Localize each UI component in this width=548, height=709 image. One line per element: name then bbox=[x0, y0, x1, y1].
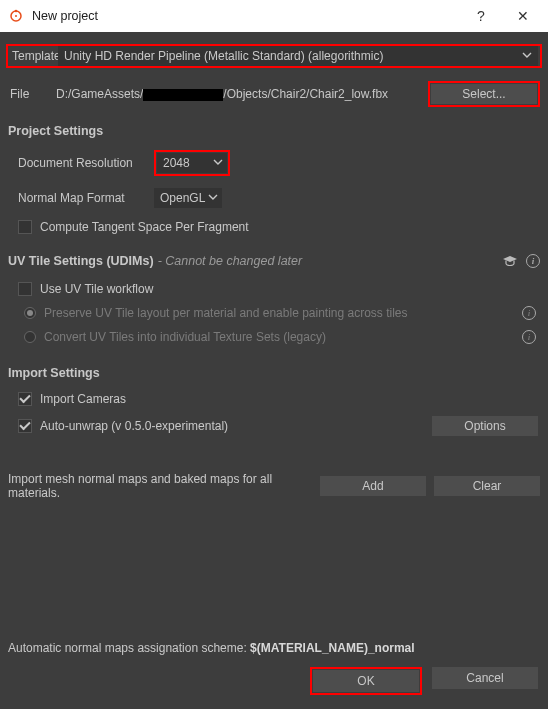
help-glyph: ? bbox=[477, 8, 485, 24]
template-row: Template Unity HD Render Pipeline (Metal… bbox=[6, 44, 542, 68]
template-label: Template bbox=[8, 49, 58, 63]
file-path-suffix: /Objects/Chair2/Chair2_low.fbx bbox=[223, 87, 388, 101]
doc-resolution-dropdown[interactable]: 2048 bbox=[157, 153, 227, 173]
dialog-body: Template Unity HD Render Pipeline (Metal… bbox=[0, 32, 548, 709]
add-button[interactable]: Add bbox=[320, 476, 426, 496]
chevron-down-icon bbox=[522, 49, 532, 63]
ok-button[interactable]: OK bbox=[313, 670, 419, 692]
file-path: D:/GameAssets//Objects/Chair2/Chair2_low… bbox=[56, 87, 422, 101]
doc-resolution-value: 2048 bbox=[163, 156, 190, 170]
auto-unwrap-label: Auto-unwrap (v 0.5.0-experimental) bbox=[40, 419, 228, 433]
clear-button[interactable]: Clear bbox=[434, 476, 540, 496]
auto-unwrap-checkbox[interactable] bbox=[18, 419, 32, 433]
uv-workflow-label: Use UV Tile workflow bbox=[40, 282, 153, 296]
scheme-value: $(MATERIAL_NAME)_normal bbox=[250, 641, 414, 655]
normal-maps-row: Import mesh normal maps and baked maps f… bbox=[0, 472, 548, 500]
uv-convert-label: Convert UV Tiles into individual Texture… bbox=[44, 330, 326, 344]
import-cameras-label: Import Cameras bbox=[40, 392, 126, 406]
svg-point-2 bbox=[15, 15, 17, 17]
ok-highlight: OK bbox=[310, 667, 422, 695]
close-button[interactable]: ✕ bbox=[502, 0, 544, 32]
info-icon[interactable]: i bbox=[526, 254, 540, 268]
uv-preserve-radio bbox=[24, 307, 36, 319]
project-settings-title: Project Settings bbox=[8, 124, 548, 138]
uv-convert-radio bbox=[24, 331, 36, 343]
chevron-down-icon bbox=[213, 156, 223, 170]
uv-header-icons: i bbox=[502, 254, 540, 268]
template-dropdown[interactable]: Unity HD Render Pipeline (Metallic Stand… bbox=[58, 46, 538, 66]
app-logo-icon bbox=[8, 8, 24, 24]
info-icon[interactable]: i bbox=[522, 330, 536, 344]
window-title: New project bbox=[32, 9, 460, 23]
uv-workflow-checkbox[interactable] bbox=[18, 282, 32, 296]
doc-res-highlight: 2048 bbox=[154, 150, 230, 176]
normal-maps-text: Import mesh normal maps and baked maps f… bbox=[8, 472, 312, 500]
template-value: Unity HD Render Pipeline (Metallic Stand… bbox=[64, 49, 383, 63]
doc-resolution-row: Document Resolution 2048 bbox=[18, 150, 548, 176]
uv-tile-subtitle: - Cannot be changed later bbox=[158, 254, 303, 268]
doc-resolution-label: Document Resolution bbox=[18, 156, 154, 170]
uv-tile-header: UV Tile Settings (UDIMs) - Cannot be cha… bbox=[8, 254, 540, 268]
tangent-space-label: Compute Tangent Space Per Fragment bbox=[40, 220, 249, 234]
chevron-down-icon bbox=[208, 191, 218, 205]
auto-unwrap-row: Auto-unwrap (v 0.5.0-experimental) Optio… bbox=[18, 416, 548, 436]
file-row: File D:/GameAssets//Objects/Chair2/Chair… bbox=[6, 82, 542, 106]
normal-format-label: Normal Map Format bbox=[18, 191, 154, 205]
assignation-scheme: Automatic normal maps assignation scheme… bbox=[8, 641, 548, 655]
uv-tile-title: UV Tile Settings (UDIMs) bbox=[8, 254, 154, 268]
import-cameras-checkbox[interactable] bbox=[18, 392, 32, 406]
import-cameras-row: Import Cameras bbox=[18, 392, 548, 406]
redacted-segment bbox=[143, 89, 223, 101]
options-button[interactable]: Options bbox=[432, 416, 538, 436]
uv-option-convert: Convert UV Tiles into individual Texture… bbox=[24, 330, 540, 344]
uv-option-preserve: Preserve UV Tile layout per material and… bbox=[24, 306, 540, 320]
close-glyph: ✕ bbox=[517, 8, 529, 24]
select-highlight: Select... bbox=[428, 81, 540, 107]
tangent-space-row: Compute Tangent Space Per Fragment bbox=[18, 220, 548, 234]
titlebar: New project ? ✕ bbox=[0, 0, 548, 32]
file-path-prefix: D:/GameAssets/ bbox=[56, 87, 143, 101]
file-select-button[interactable]: Select... bbox=[431, 84, 537, 104]
svg-point-1 bbox=[15, 10, 18, 13]
import-settings-title: Import Settings bbox=[8, 366, 548, 380]
uv-tile-section: UV Tile Settings (UDIMs) - Cannot be cha… bbox=[8, 254, 540, 344]
tangent-space-checkbox[interactable] bbox=[18, 220, 32, 234]
info-icon[interactable]: i bbox=[522, 306, 536, 320]
scheme-prefix: Automatic normal maps assignation scheme… bbox=[8, 641, 250, 655]
normal-format-row: Normal Map Format OpenGL bbox=[18, 188, 548, 208]
new-project-dialog: New project ? ✕ Template Unity HD Render… bbox=[0, 0, 548, 709]
normal-format-dropdown[interactable]: OpenGL bbox=[154, 188, 222, 208]
footer-buttons: OK Cancel bbox=[0, 667, 548, 709]
normal-format-value: OpenGL bbox=[160, 191, 205, 205]
file-label: File bbox=[6, 87, 56, 101]
graduation-icon[interactable] bbox=[502, 254, 518, 268]
uv-workflow-row: Use UV Tile workflow bbox=[18, 282, 540, 296]
spacer bbox=[0, 500, 548, 641]
help-button[interactable]: ? bbox=[460, 0, 502, 32]
uv-preserve-label: Preserve UV Tile layout per material and… bbox=[44, 306, 408, 320]
cancel-button[interactable]: Cancel bbox=[432, 667, 538, 689]
